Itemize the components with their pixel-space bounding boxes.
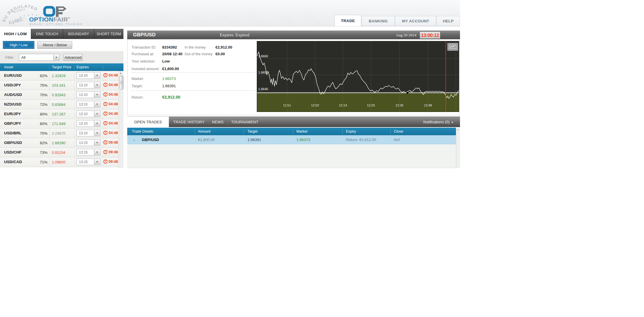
advanced-button[interactable]: Advanced [63,54,83,61]
column-divider [49,71,49,80]
countdown: 04:48 [103,121,118,125]
expiry-select[interactable]: 13:10▼ [77,82,100,88]
countdown-time: 04:48 [109,73,118,77]
trade-amount: €1,600.00 [198,138,215,142]
tab-news[interactable]: NEWS [212,120,224,124]
column-divider [103,71,103,80]
market-label: Market: [132,77,144,81]
scroll-up-icon[interactable]: ▲ [120,72,122,74]
price-chart[interactable]: 1.66601.66501.664011:5112:0212:1412:2512… [257,41,459,112]
tab-boundary[interactable]: BOUNDARY [63,29,94,39]
tab-one-touch[interactable]: ONE TOUCH [31,29,63,39]
current-date: Aug 20 2014 [396,33,417,38]
chevron-down-icon[interactable]: ▼ [53,54,59,60]
svg-text:12:02: 12:02 [311,104,319,107]
tab-open-trades[interactable]: OPEN TRADES [127,117,169,127]
asset-target-price: 1.66390 [52,141,66,145]
asset-row[interactable]: GBP/JPY80%171.94913:10▼04:48 [0,119,118,129]
trades-scrollbar[interactable]: ▲ [456,128,460,168]
asset-row[interactable]: USD/CHF73%0.9115413:15▼09:48 [0,148,118,157]
expiry-select[interactable]: 13:10▼ [77,72,100,79]
tab-high-low[interactable]: HIGH / LOW [0,29,31,39]
chevron-down-icon[interactable]: ▼ [94,82,100,88]
brand-fair: FAIR [54,16,68,23]
countdown-time: 04:48 [109,83,118,87]
asset-row[interactable]: EUR/JPY80%137.26713:10▼04:48 [0,109,118,119]
column-divider [194,129,195,135]
market-value: 1.66373 [162,76,176,81]
chevron-down-icon[interactable]: ▼ [94,159,100,165]
in-the-money-label: In the money [185,45,206,49]
chevron-down-icon[interactable]: ▼ [94,121,100,126]
expiry-select[interactable]: 13:10▼ [77,130,100,136]
expiry-select[interactable]: 13:10▼ [77,120,100,127]
asset-row[interactable]: GBP/USD82%1.6639013:15▼09:48 [0,138,118,148]
column-divider [75,81,75,90]
chevron-down-icon[interactable]: ▼ [94,111,100,117]
column-divider [49,90,49,99]
notifications-dropdown[interactable]: Notifications (0)▼ [423,120,454,124]
column-divider [49,157,49,167]
high-low-button[interactable]: High / Low [3,41,34,49]
scrollbar-thumb[interactable] [119,76,123,90]
transaction-id-value: 8334392 [162,45,177,49]
nav-tab-banking[interactable]: BANKING [362,16,395,26]
nav-tab-my-account[interactable]: MY ACCOUNT [395,16,436,26]
chevron-down-icon[interactable]: ▼ [94,140,100,145]
nav-tab-help[interactable]: HELP [436,16,460,26]
expiry-select[interactable]: 13:15▼ [77,158,100,165]
asset-payout: 82% [31,74,47,78]
bottom-tab-bar: OPEN TRADES TRADE HISTORY NEWS TOURNAMEN… [127,116,460,127]
asset-row[interactable]: AUD/USD70%0.9284313:10▼04:48 [0,90,118,100]
scroll-up-icon[interactable]: ▲ [457,129,459,131]
chevron-down-icon[interactable]: ▼ [94,92,100,97]
chevron-down-icon[interactable]: ▼ [94,149,100,155]
target-label: Target: [132,84,143,88]
chevron-down-icon[interactable]: ▼ [94,73,100,78]
tab-tournament[interactable]: TOURNAMENT [231,120,258,124]
out-of-money-value: €0.00 [215,52,225,56]
filter-select[interactable]: All ▼ [19,54,60,61]
column-divider [103,100,103,109]
asset-target-price: 171.949 [52,122,66,126]
thumb-grip [120,81,123,81]
countdown-time: 04:48 [109,92,118,97]
asset-pair-label: USD/BRL [4,131,22,135]
countdown: 04:48 [103,102,118,106]
thumb-grip [120,82,123,83]
asset-row[interactable]: EUR/USD82%1.3282913:10▼04:48 [0,71,118,81]
line-chart-icon [449,45,456,49]
column-divider [75,100,75,109]
asset-target-price: 1.09600 [52,160,66,164]
expiry-value: 13:10 [79,131,88,135]
open-trade-row[interactable]: ↓ GBP/USD €1,600.00 1.66391 1.66373 Retu… [127,135,456,144]
col-close: Close [394,129,403,133]
col-trade-details: Trade Details [132,129,153,133]
expiry-select[interactable]: 13:10▼ [77,91,100,98]
chart-type-button[interactable] [447,43,458,51]
tab-trade-history[interactable]: TRADE HISTORY [173,120,205,124]
asset-list-scrollbar[interactable]: ▲ [118,71,123,168]
selection-label: Your selection: [132,59,155,63]
chevron-down-icon[interactable]: ▼ [94,130,100,136]
asset-row[interactable]: USD/JPY75%103.34113:10▼04:48 [0,81,118,90]
tab-short-term[interactable]: SHORT TERM [94,29,123,39]
asset-row[interactable]: USD/BRL70%2.2467013:10▼04:48 [0,129,118,138]
nav-tab-trade[interactable]: TRADE [335,15,361,26]
expiry-select[interactable]: 13:10▼ [77,111,100,117]
expiry-value: 13:10 [79,112,88,116]
chevron-down-icon[interactable]: ▼ [94,101,100,107]
column-divider [103,109,103,119]
asset-target-price: 103.341 [52,83,66,88]
trades-table-header: Trade Details Amount Target Market Expir… [127,128,456,135]
above-below-button[interactable]: Above / Below [37,41,72,49]
expiry-select[interactable]: 13:10▼ [77,101,100,108]
asset-row[interactable]: NZD/USD72%0.8388413:10▼04:48 [0,100,118,109]
asset-payout: 73% [31,150,47,155]
expiry-select[interactable]: 13:15▼ [77,149,100,156]
expiry-select[interactable]: 13:15▼ [77,139,100,146]
filter-selected-value: All [21,55,25,60]
column-divider [75,148,75,157]
asset-row[interactable]: USD/CAD71%1.0960013:15▼09:48 [0,157,118,167]
countdown-clock-icon [103,83,108,87]
